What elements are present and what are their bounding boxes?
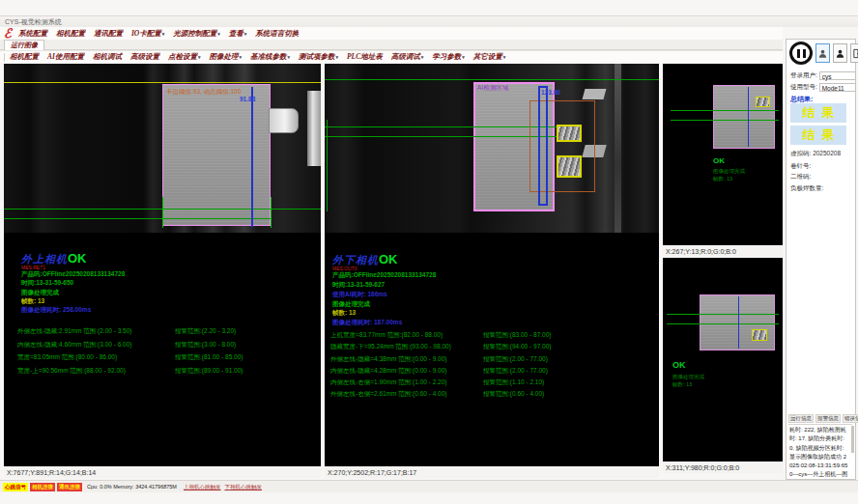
connector-tab	[269, 108, 299, 133]
ai-region-label: AI检测区域	[477, 84, 508, 93]
status-bar: 心跳信号相机连接通讯连接 Cpu: 0.0% Memory: 3424.4179…	[0, 480, 858, 492]
chevron-down-icon: ▾	[503, 55, 506, 60]
alarm-range: 报警范围:(89.00 - 91.00)	[175, 367, 243, 380]
menu-item[interactable]: 系统语言切换	[255, 29, 299, 39]
toolbar-item[interactable]: 图像处理▾	[209, 52, 242, 62]
alarm-range: 报警范围:(81.00 - 85.00)	[175, 353, 243, 367]
process-done: 图像处理完成	[21, 289, 59, 297]
part-region	[700, 294, 775, 350]
chevron-down-icon: ▾	[162, 32, 165, 37]
anode-weld-count-field: 负极焊数量:	[790, 184, 823, 193]
user-switch-button[interactable]	[833, 43, 847, 63]
log-tab[interactable]: 报警信息	[815, 414, 841, 423]
log-scrollbar[interactable]	[851, 426, 854, 453]
toolbar-item[interactable]: 高级设置	[130, 52, 159, 62]
status-ok: OK	[68, 251, 87, 266]
measure-value-label: 91.88	[240, 96, 255, 102]
exit-door-icon	[852, 48, 858, 59]
metal-column	[615, 64, 621, 233]
toolbar-item[interactable]: 测试项参数▾	[299, 52, 338, 62]
toolbar-item[interactable]: 相机配置	[10, 52, 39, 62]
overlay-green-line	[667, 323, 779, 324]
alarm-range: 报警范围:(83.00 - 87.00)	[483, 331, 551, 343]
tab-bar: 运行图像	[0, 40, 783, 50]
chevron-down-icon: ▾	[244, 32, 247, 37]
process-done: 图像处理完成	[332, 300, 370, 309]
toolbar-item[interactable]: 其它设置▾	[473, 52, 506, 62]
process-time: 图像处理耗时: 187.00ms	[332, 319, 402, 327]
status-ok: OK	[379, 252, 398, 266]
alarm-range: 报警范围:(0.60 - 4.00)	[483, 390, 544, 402]
heartbeat-trigger-link[interactable]: 下相机心跳触发	[224, 484, 262, 490]
login-user-input[interactable]: cys	[819, 71, 856, 80]
right-sidebar: 登录用户: cys 使用型号: Mode11 总结果: 结果 结果 虚拟码: 2…	[786, 39, 856, 480]
user-icon	[817, 48, 828, 59]
reel-pin-field: 卷针号:	[790, 162, 811, 171]
log-tabs: 运行信息报警信息错误信息	[788, 414, 852, 425]
process-done: 图像处理完成	[672, 374, 704, 380]
camera-image-middle: AI检测区域 123.80	[325, 64, 659, 233]
overlay-yellow-box	[557, 125, 582, 142]
toolbar-item[interactable]: 学习参数▾	[432, 52, 465, 62]
camera-view-left[interactable]: 卡边阈值:93, 动态阈值:100 91.88 外上相机OK MES:RET1 …	[4, 64, 321, 466]
toolbar-item[interactable]: 高级调试▾	[391, 52, 424, 62]
toolbar-item[interactable]: PLC地址表	[347, 52, 383, 62]
menu-item[interactable]: 系统配置	[18, 29, 47, 39]
alarm-range: 报警范围:(2.20 - 3.20)	[175, 327, 236, 341]
user-login-button[interactable]	[815, 43, 830, 63]
user-dark-icon	[835, 48, 845, 59]
heartbeat-trigger-link[interactable]: 上相机心跳触发	[184, 484, 221, 490]
log-tab[interactable]: 错误信息	[843, 414, 858, 423]
overlay-yellow-line	[4, 82, 321, 83]
menu-item[interactable]: 相机配置	[56, 29, 85, 39]
pause-button[interactable]	[789, 42, 813, 65]
status-ok: OK	[713, 156, 725, 165]
chevron-down-icon: ▾	[198, 55, 201, 60]
status-ok: OK	[672, 360, 686, 370]
toolbar-grip[interactable]	[4, 53, 6, 62]
measurement-row: 上机宽度=83.77mm 范围:(82.00 - 88.00)报警范围:(83.…	[330, 331, 657, 343]
measurement-row: 宽度=83.05mm 范围:(80.00 - 86.00)报警范围:(81.00…	[17, 353, 319, 367]
overlay-green-line	[325, 126, 557, 127]
camera-view-middle[interactable]: AI检测区域 123.80 外下相机OK MES:OUT0 产品码:OFFlin…	[325, 64, 659, 466]
pixel-info-left: X:7677;Y:891;R:14;G:14;B:14	[4, 467, 321, 478]
tab-run-image[interactable]: 运行图像	[4, 40, 44, 50]
model-field: 使用型号: Mode11	[790, 83, 856, 92]
menu-item[interactable]: 通讯配置	[94, 29, 123, 39]
app-logo-icon: ℰ	[4, 28, 12, 39]
menu-item[interactable]: 光源控制配置▾	[173, 29, 220, 39]
product-code: 产品码:OFFline20250208133134728	[21, 270, 125, 279]
menu-item[interactable]: 查看▾	[229, 29, 247, 39]
toolbar: 相机配置 AI使用配置 相机调试 高级设置 点检设置▾ 图像处理▾ 基准线参数▾…	[0, 50, 783, 63]
chevron-down-icon: ▾	[421, 55, 424, 60]
camera-view-small-top[interactable]: OK 图像处理完成 帧数: 13	[663, 64, 783, 245]
overlay-green-vline	[162, 197, 163, 228]
part-region	[162, 84, 271, 226]
camera-view-small-bottom[interactable]: OK 图像处理完成 帧数: 13	[663, 258, 783, 462]
login-user-label: 登录用户:	[790, 71, 817, 78]
overlay-blue-line	[251, 87, 253, 227]
toolbar-item[interactable]: 点检设置▾	[168, 52, 201, 62]
toolbar-item[interactable]: AI使用配置	[47, 52, 84, 62]
menu-bar: ℰ 系统配置 相机配置 通讯配置 IO卡配置▾ 光源控制配置▾ 查看▾ 系统语言…	[0, 27, 783, 40]
model-input[interactable]: Mode11	[819, 83, 856, 92]
menu-item[interactable]: IO卡配置▾	[131, 29, 164, 39]
toolbar-item[interactable]: 相机调试	[93, 52, 122, 62]
toolbar-item[interactable]: 基准线参数▾	[250, 52, 290, 62]
status-badges: 心跳信号相机连接通讯连接	[3, 483, 82, 491]
frame-count: 帧数: 13	[21, 297, 44, 306]
measurement-value: 外侧左线-隐藏:2.91mm 范围:(2.00 - 3.50)	[17, 327, 175, 341]
measurement-row: 宽度-上=90.56mm 范围:(88.00 - 92.00)报警范围:(89.…	[17, 367, 319, 380]
qr-code-field: 二维码:	[790, 173, 811, 182]
logout-button[interactable]	[850, 43, 858, 63]
bright-edge	[307, 91, 321, 166]
log-tab[interactable]: 运行信息	[788, 414, 814, 423]
model-label: 使用型号:	[790, 83, 817, 90]
product-code: 产品码:OFFline20250208133134728	[332, 271, 436, 280]
metal-piece	[583, 89, 607, 99]
overlay-green-line	[325, 79, 659, 80]
measurement-value: 宽度=83.05mm 范围:(80.00 - 86.00)	[17, 353, 175, 367]
measurement-rows: 上机宽度=83.77mm 范围:(82.00 - 88.00)报警范围:(83.…	[330, 331, 657, 403]
login-user-field: 登录用户: cys	[790, 71, 856, 80]
chevron-down-icon: ▾	[217, 32, 220, 37]
